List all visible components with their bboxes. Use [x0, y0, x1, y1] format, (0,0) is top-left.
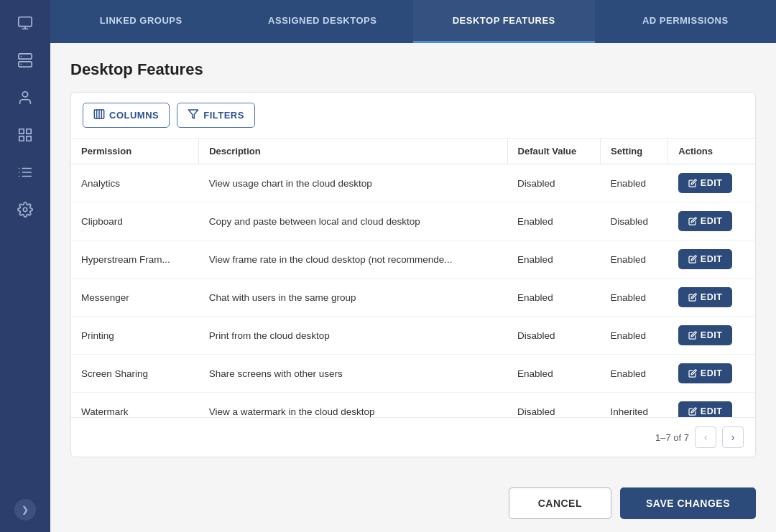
tab-desktop-features[interactable]: DESKTOP FEATURES: [413, 0, 595, 43]
filters-button[interactable]: FILTERS: [177, 103, 255, 128]
edit-button-0[interactable]: EDIT: [678, 173, 732, 193]
table-scroll: Permission Description Default Value Set…: [71, 139, 755, 417]
sidebar-item-profile[interactable]: [7, 82, 43, 113]
table-row: PrintingPrint from the cloud desktopDisa…: [71, 317, 755, 355]
prev-page-button[interactable]: ‹: [695, 426, 716, 448]
edit-button-4[interactable]: EDIT: [678, 325, 732, 345]
cell-actions-6: EDIT: [668, 393, 755, 418]
cell-description-4: Print from the cloud desktop: [199, 317, 507, 355]
columns-label: COLUMNS: [109, 110, 159, 121]
cell-description-3: Chat with users in the same group: [199, 279, 507, 317]
cell-setting-0: Enabled: [601, 164, 668, 202]
cell-actions-2: EDIT: [668, 241, 755, 279]
table-toolbar: COLUMNS FILTERS: [71, 93, 755, 139]
cell-setting-1: Disabled: [601, 202, 668, 241]
cell-default_value-6: Disabled: [507, 393, 600, 418]
cell-actions-1: EDIT: [668, 202, 755, 241]
pagination-text: 1–7 of 7: [655, 432, 689, 443]
svg-rect-3: [19, 62, 32, 67]
col-header-permission: Permission: [71, 139, 199, 164]
cell-actions-5: EDIT: [668, 355, 755, 393]
cell-default_value-3: Enabled: [507, 279, 600, 317]
tab-linked-groups[interactable]: LINKED GROUPS: [50, 0, 232, 43]
svg-rect-7: [19, 129, 24, 134]
features-table: Permission Description Default Value Set…: [71, 139, 755, 417]
table-row: MessengerChat with users in the same gro…: [71, 279, 755, 317]
save-changes-button[interactable]: SAVE CHANGES: [620, 487, 756, 519]
cell-actions-4: EDIT: [668, 317, 755, 355]
cell-permission-2: Hyperstream Fram...: [71, 241, 199, 279]
tab-bar: LINKED GROUPS ASSIGNED DESKTOPS DESKTOP …: [50, 0, 776, 43]
cancel-button[interactable]: CANCEL: [509, 487, 611, 519]
filters-icon: [188, 108, 199, 122]
sidebar-item-list[interactable]: [7, 157, 43, 188]
cell-setting-5: Enabled: [601, 355, 668, 393]
cell-description-5: Share screens with other users: [199, 355, 507, 393]
table-row: Hyperstream Fram...View frame rate in th…: [71, 241, 755, 279]
sidebar-expand-button[interactable]: ❯: [14, 499, 36, 521]
svg-marker-22: [189, 110, 198, 118]
cell-default_value-1: Enabled: [507, 202, 600, 241]
footer-actions: CANCEL SAVE CHANGES: [50, 475, 776, 532]
svg-rect-8: [27, 129, 31, 134]
cell-default_value-0: Disabled: [507, 164, 600, 202]
cell-actions-0: EDIT: [668, 164, 755, 202]
edit-button-5[interactable]: EDIT: [678, 363, 732, 383]
edit-button-3[interactable]: EDIT: [678, 287, 732, 307]
sidebar-item-monitor[interactable]: [7, 7, 43, 39]
cell-permission-5: Screen Sharing: [71, 355, 199, 393]
edit-button-6[interactable]: EDIT: [678, 401, 732, 417]
content-area: Desktop Features COLUMNS FILTERS: [50, 43, 776, 475]
edit-button-2[interactable]: EDIT: [678, 249, 732, 269]
cell-setting-6: Inherited: [601, 393, 668, 418]
cell-permission-0: Analytics: [71, 164, 199, 202]
page-title: Desktop Features: [70, 60, 756, 79]
next-page-button[interactable]: ›: [722, 426, 744, 448]
cell-description-2: View frame rate in the cloud desktop (no…: [199, 241, 507, 279]
col-header-default-value: Default Value: [507, 139, 600, 164]
columns-button[interactable]: COLUMNS: [83, 103, 170, 128]
svg-rect-0: [19, 17, 32, 27]
svg-rect-2: [19, 54, 32, 59]
tab-ad-permissions[interactable]: AD PERMISSIONS: [595, 0, 777, 43]
cell-description-1: Copy and paste between local and cloud d…: [199, 202, 507, 241]
table-row: ClipboardCopy and paste between local an…: [71, 202, 755, 241]
table-card: COLUMNS FILTERS Permission Description: [70, 92, 756, 457]
svg-rect-9: [19, 136, 24, 141]
svg-point-17: [23, 207, 27, 212]
col-header-actions: Actions: [668, 139, 755, 164]
table-row: WatermarkView a watermark in the cloud d…: [71, 393, 755, 418]
sidebar-item-server[interactable]: [7, 45, 43, 76]
sidebar: ❯: [0, 0, 50, 532]
cell-setting-3: Enabled: [601, 279, 668, 317]
pagination: 1–7 of 7 ‹ ›: [71, 417, 755, 457]
cell-description-6: View a watermark in the cloud desktop: [199, 393, 507, 418]
cell-setting-2: Enabled: [601, 241, 668, 279]
tab-assigned-desktops[interactable]: ASSIGNED DESKTOPS: [232, 0, 414, 43]
cell-default_value-5: Enabled: [507, 355, 600, 393]
col-header-description: Description: [199, 139, 507, 164]
cell-description-0: View usage chart in the cloud desktop: [199, 164, 507, 202]
sidebar-item-settings[interactable]: [7, 194, 43, 225]
svg-point-6: [22, 92, 27, 97]
filters-label: FILTERS: [203, 110, 244, 121]
cell-setting-4: Enabled: [601, 317, 668, 355]
sidebar-item-grid[interactable]: [7, 119, 43, 151]
cell-default_value-2: Enabled: [507, 241, 600, 279]
cell-permission-3: Messenger: [71, 279, 199, 317]
cell-permission-4: Printing: [71, 317, 199, 355]
table-row: Screen SharingShare screens with other u…: [71, 355, 755, 393]
cell-permission-1: Clipboard: [71, 202, 199, 241]
cell-default_value-4: Disabled: [507, 317, 600, 355]
edit-button-1[interactable]: EDIT: [678, 211, 732, 231]
table-row: AnalyticsView usage chart in the cloud d…: [71, 164, 755, 202]
main-content: LINKED GROUPS ASSIGNED DESKTOPS DESKTOP …: [50, 0, 776, 532]
col-header-setting: Setting: [601, 139, 668, 164]
cell-actions-3: EDIT: [668, 279, 755, 317]
columns-icon: [93, 108, 105, 122]
cell-permission-6: Watermark: [71, 393, 199, 418]
svg-rect-10: [27, 136, 31, 141]
